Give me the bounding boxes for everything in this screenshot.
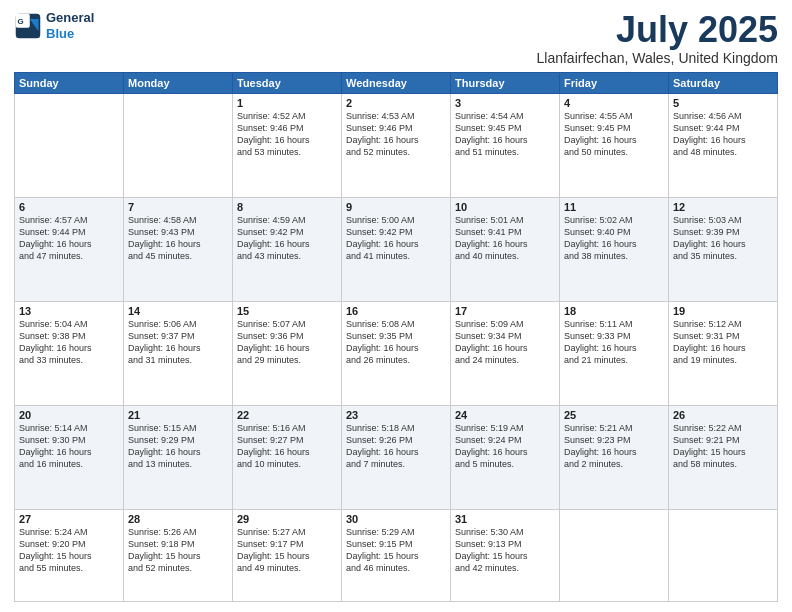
calendar-cell: 30Sunrise: 5:29 AM Sunset: 9:15 PM Dayli… — [342, 509, 451, 601]
calendar-cell: 1Sunrise: 4:52 AM Sunset: 9:46 PM Daylig… — [233, 93, 342, 197]
day-number: 5 — [673, 97, 773, 109]
day-number: 17 — [455, 305, 555, 317]
calendar-cell — [669, 509, 778, 601]
calendar-table: SundayMondayTuesdayWednesdayThursdayFrid… — [14, 72, 778, 602]
cell-info: Sunrise: 4:58 AM Sunset: 9:43 PM Dayligh… — [128, 214, 228, 263]
page: G General Blue July 2025 Llanfairfechan,… — [0, 0, 792, 612]
calendar-cell: 10Sunrise: 5:01 AM Sunset: 9:41 PM Dayli… — [451, 197, 560, 301]
week-row-3: 13Sunrise: 5:04 AM Sunset: 9:38 PM Dayli… — [15, 301, 778, 405]
day-number: 3 — [455, 97, 555, 109]
day-number: 27 — [19, 513, 119, 525]
day-number: 26 — [673, 409, 773, 421]
calendar-cell: 29Sunrise: 5:27 AM Sunset: 9:17 PM Dayli… — [233, 509, 342, 601]
weekday-header-sunday: Sunday — [15, 72, 124, 93]
day-number: 16 — [346, 305, 446, 317]
logo-text-blue: Blue — [46, 26, 94, 42]
cell-info: Sunrise: 5:30 AM Sunset: 9:13 PM Dayligh… — [455, 526, 555, 575]
location: Llanfairfechan, Wales, United Kingdom — [537, 50, 779, 66]
calendar-cell: 31Sunrise: 5:30 AM Sunset: 9:13 PM Dayli… — [451, 509, 560, 601]
title-block: July 2025 Llanfairfechan, Wales, United … — [537, 10, 779, 66]
weekday-header-tuesday: Tuesday — [233, 72, 342, 93]
calendar-cell: 13Sunrise: 5:04 AM Sunset: 9:38 PM Dayli… — [15, 301, 124, 405]
day-number: 19 — [673, 305, 773, 317]
calendar-cell: 20Sunrise: 5:14 AM Sunset: 9:30 PM Dayli… — [15, 405, 124, 509]
logo-icon: G — [14, 12, 42, 40]
cell-info: Sunrise: 5:03 AM Sunset: 9:39 PM Dayligh… — [673, 214, 773, 263]
cell-info: Sunrise: 5:00 AM Sunset: 9:42 PM Dayligh… — [346, 214, 446, 263]
day-number: 4 — [564, 97, 664, 109]
cell-info: Sunrise: 4:56 AM Sunset: 9:44 PM Dayligh… — [673, 110, 773, 159]
cell-info: Sunrise: 5:07 AM Sunset: 9:36 PM Dayligh… — [237, 318, 337, 367]
calendar-cell: 9Sunrise: 5:00 AM Sunset: 9:42 PM Daylig… — [342, 197, 451, 301]
cell-info: Sunrise: 5:08 AM Sunset: 9:35 PM Dayligh… — [346, 318, 446, 367]
week-row-5: 27Sunrise: 5:24 AM Sunset: 9:20 PM Dayli… — [15, 509, 778, 601]
cell-info: Sunrise: 5:11 AM Sunset: 9:33 PM Dayligh… — [564, 318, 664, 367]
calendar-cell: 11Sunrise: 5:02 AM Sunset: 9:40 PM Dayli… — [560, 197, 669, 301]
day-number: 1 — [237, 97, 337, 109]
day-number: 23 — [346, 409, 446, 421]
cell-info: Sunrise: 4:55 AM Sunset: 9:45 PM Dayligh… — [564, 110, 664, 159]
day-number: 8 — [237, 201, 337, 213]
cell-info: Sunrise: 5:16 AM Sunset: 9:27 PM Dayligh… — [237, 422, 337, 471]
weekday-header-saturday: Saturday — [669, 72, 778, 93]
cell-info: Sunrise: 5:29 AM Sunset: 9:15 PM Dayligh… — [346, 526, 446, 575]
cell-info: Sunrise: 5:27 AM Sunset: 9:17 PM Dayligh… — [237, 526, 337, 575]
day-number: 9 — [346, 201, 446, 213]
day-number: 18 — [564, 305, 664, 317]
cell-info: Sunrise: 5:26 AM Sunset: 9:18 PM Dayligh… — [128, 526, 228, 575]
day-number: 11 — [564, 201, 664, 213]
cell-info: Sunrise: 4:59 AM Sunset: 9:42 PM Dayligh… — [237, 214, 337, 263]
week-row-4: 20Sunrise: 5:14 AM Sunset: 9:30 PM Dayli… — [15, 405, 778, 509]
day-number: 28 — [128, 513, 228, 525]
calendar-cell: 28Sunrise: 5:26 AM Sunset: 9:18 PM Dayli… — [124, 509, 233, 601]
day-number: 22 — [237, 409, 337, 421]
day-number: 29 — [237, 513, 337, 525]
week-row-1: 1Sunrise: 4:52 AM Sunset: 9:46 PM Daylig… — [15, 93, 778, 197]
calendar-cell: 22Sunrise: 5:16 AM Sunset: 9:27 PM Dayli… — [233, 405, 342, 509]
calendar-cell — [124, 93, 233, 197]
calendar-cell — [15, 93, 124, 197]
calendar-cell: 6Sunrise: 4:57 AM Sunset: 9:44 PM Daylig… — [15, 197, 124, 301]
cell-info: Sunrise: 4:54 AM Sunset: 9:45 PM Dayligh… — [455, 110, 555, 159]
weekday-header-row: SundayMondayTuesdayWednesdayThursdayFrid… — [15, 72, 778, 93]
calendar-cell: 2Sunrise: 4:53 AM Sunset: 9:46 PM Daylig… — [342, 93, 451, 197]
svg-text:G: G — [18, 17, 24, 26]
cell-info: Sunrise: 5:09 AM Sunset: 9:34 PM Dayligh… — [455, 318, 555, 367]
cell-info: Sunrise: 5:14 AM Sunset: 9:30 PM Dayligh… — [19, 422, 119, 471]
calendar-cell — [560, 509, 669, 601]
cell-info: Sunrise: 5:15 AM Sunset: 9:29 PM Dayligh… — [128, 422, 228, 471]
day-number: 14 — [128, 305, 228, 317]
day-number: 15 — [237, 305, 337, 317]
cell-info: Sunrise: 5:04 AM Sunset: 9:38 PM Dayligh… — [19, 318, 119, 367]
calendar-cell: 12Sunrise: 5:03 AM Sunset: 9:39 PM Dayli… — [669, 197, 778, 301]
day-number: 2 — [346, 97, 446, 109]
month-title: July 2025 — [537, 10, 779, 50]
weekday-header-friday: Friday — [560, 72, 669, 93]
day-number: 7 — [128, 201, 228, 213]
day-number: 6 — [19, 201, 119, 213]
weekday-header-monday: Monday — [124, 72, 233, 93]
weekday-header-wednesday: Wednesday — [342, 72, 451, 93]
day-number: 25 — [564, 409, 664, 421]
calendar-cell: 7Sunrise: 4:58 AM Sunset: 9:43 PM Daylig… — [124, 197, 233, 301]
logo: G General Blue — [14, 10, 94, 41]
day-number: 10 — [455, 201, 555, 213]
cell-info: Sunrise: 4:57 AM Sunset: 9:44 PM Dayligh… — [19, 214, 119, 263]
calendar-cell: 26Sunrise: 5:22 AM Sunset: 9:21 PM Dayli… — [669, 405, 778, 509]
day-number: 24 — [455, 409, 555, 421]
calendar-cell: 4Sunrise: 4:55 AM Sunset: 9:45 PM Daylig… — [560, 93, 669, 197]
cell-info: Sunrise: 4:52 AM Sunset: 9:46 PM Dayligh… — [237, 110, 337, 159]
calendar-cell: 15Sunrise: 5:07 AM Sunset: 9:36 PM Dayli… — [233, 301, 342, 405]
calendar-cell: 5Sunrise: 4:56 AM Sunset: 9:44 PM Daylig… — [669, 93, 778, 197]
cell-info: Sunrise: 5:06 AM Sunset: 9:37 PM Dayligh… — [128, 318, 228, 367]
cell-info: Sunrise: 5:02 AM Sunset: 9:40 PM Dayligh… — [564, 214, 664, 263]
calendar-cell: 17Sunrise: 5:09 AM Sunset: 9:34 PM Dayli… — [451, 301, 560, 405]
cell-info: Sunrise: 5:18 AM Sunset: 9:26 PM Dayligh… — [346, 422, 446, 471]
weekday-header-thursday: Thursday — [451, 72, 560, 93]
day-number: 13 — [19, 305, 119, 317]
calendar-cell: 27Sunrise: 5:24 AM Sunset: 9:20 PM Dayli… — [15, 509, 124, 601]
calendar-cell: 19Sunrise: 5:12 AM Sunset: 9:31 PM Dayli… — [669, 301, 778, 405]
day-number: 31 — [455, 513, 555, 525]
header: G General Blue July 2025 Llanfairfechan,… — [14, 10, 778, 66]
cell-info: Sunrise: 5:19 AM Sunset: 9:24 PM Dayligh… — [455, 422, 555, 471]
